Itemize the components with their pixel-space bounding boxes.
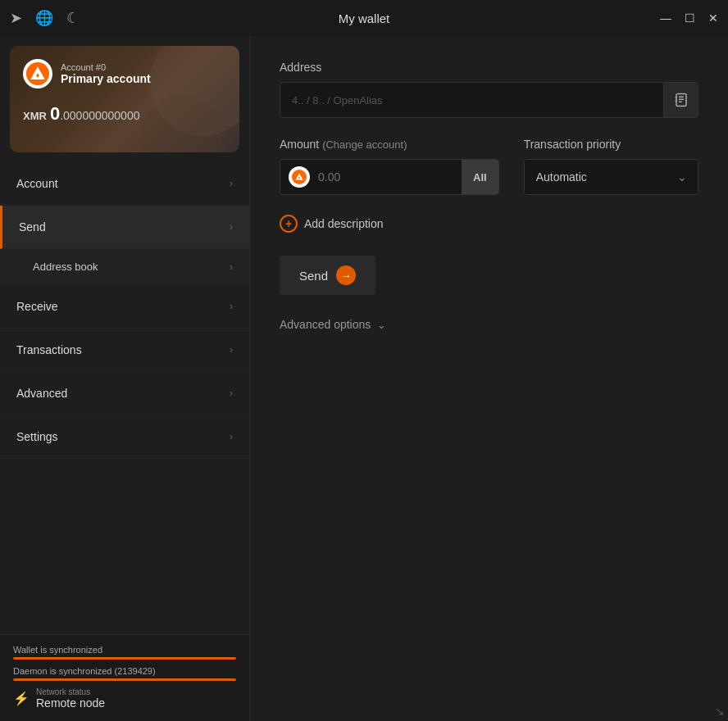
amount-label: Amount (Change account) xyxy=(280,138,499,151)
daemon-sync-row: Daemon is synchronized (2139429) xyxy=(13,666,236,681)
sidebar-item-settings[interactable]: Settings › xyxy=(0,415,249,459)
all-button[interactable]: All xyxy=(462,160,498,194)
daemon-sync-fill xyxy=(13,678,236,681)
window-controls: — ☐ ✕ xyxy=(660,11,718,25)
network-text: Network status Remote node xyxy=(36,687,105,710)
account-balance: XMR0.000000000000 xyxy=(23,103,226,125)
advanced-options-row[interactable]: Advanced options ⌄ xyxy=(280,318,698,331)
sidebar-item-advanced-label: Advanced xyxy=(16,387,67,400)
balance-integer: 0 xyxy=(50,103,60,124)
svg-point-7 xyxy=(292,170,307,184)
chevron-right-icon: › xyxy=(230,178,233,189)
network-status: ⚡ Network status Remote node xyxy=(13,687,236,710)
bolt-icon: ⚡ xyxy=(13,691,30,706)
address-book-button[interactable] xyxy=(663,83,698,117)
daemon-sync-bar xyxy=(13,678,236,681)
priority-select-wrapper: Automatic Slow Normal Fast Fastest ⌄ xyxy=(524,159,698,195)
address-input[interactable] xyxy=(280,86,663,115)
address-label: Address xyxy=(280,61,698,74)
send-arrow-icon: → xyxy=(336,265,356,285)
resize-handle[interactable]: ↘ xyxy=(715,705,725,718)
network-label: Network status xyxy=(36,687,105,696)
amount-logo xyxy=(280,166,318,188)
sidebar-item-send-label: Send xyxy=(19,220,46,234)
svg-point-0 xyxy=(26,62,49,85)
status-bar: Wallet is synchronized Daemon is synchro… xyxy=(0,634,249,721)
sidebar-item-settings-label: Settings xyxy=(16,430,58,443)
balance-decimal: .000000000000 xyxy=(60,109,139,122)
amount-priority-row: Amount (Change account) All xyxy=(280,138,698,195)
change-account-label[interactable]: (Change account) xyxy=(322,138,407,151)
add-description-row[interactable]: + Add description xyxy=(280,215,698,233)
wallet-sync-bar xyxy=(13,657,236,660)
monero-small-logo xyxy=(289,166,310,188)
sidebar-item-send[interactable]: Send › xyxy=(0,206,249,249)
transaction-priority-label: Transaction priority xyxy=(524,138,698,151)
send-button[interactable]: Send → xyxy=(280,256,375,295)
sidebar: Account #0 Primary account XMR0.00000000… xyxy=(0,36,250,721)
daemon-sync-label: Daemon is synchronized (2139429) xyxy=(13,666,236,676)
balance-display: XMR0.000000000000 xyxy=(23,103,226,125)
moon-icon[interactable]: ☾ xyxy=(66,9,80,27)
close-button[interactable]: ✕ xyxy=(708,11,718,25)
sidebar-item-advanced[interactable]: Advanced › xyxy=(0,372,249,415)
globe-icon[interactable]: 🌐 xyxy=(35,9,53,27)
sidebar-item-transactions-label: Transactions xyxy=(16,343,82,356)
address-field-group: Address xyxy=(280,61,698,118)
arrow-icon[interactable]: ➤ xyxy=(10,9,22,27)
amount-section: Amount (Change account) All xyxy=(280,138,499,195)
minimize-button[interactable]: — xyxy=(660,11,671,25)
monero-logo xyxy=(23,59,52,88)
chevron-right-icon: › xyxy=(230,221,233,233)
window-title: My wallet xyxy=(339,11,390,25)
sidebar-item-account[interactable]: Account › xyxy=(0,162,249,206)
account-name: Primary account xyxy=(61,72,151,85)
wallet-sync-row: Wallet is synchronized xyxy=(13,645,236,660)
maximize-button[interactable]: ☐ xyxy=(685,11,695,25)
chevron-down-icon: ⌄ xyxy=(377,319,386,331)
address-input-wrapper xyxy=(280,82,698,118)
wallet-sync-label: Wallet is synchronized xyxy=(13,645,236,655)
account-number: Account #0 xyxy=(61,62,151,72)
sidebar-item-address-book[interactable]: Address book › xyxy=(0,249,249,285)
content-area: Address Amount ( xyxy=(250,36,728,721)
add-description-label: Add description xyxy=(304,217,384,230)
chevron-right-icon: › xyxy=(230,431,233,442)
sidebar-item-transactions[interactable]: Transactions › xyxy=(0,329,249,372)
chevron-right-icon: › xyxy=(230,301,233,312)
network-value: Remote node xyxy=(36,696,105,710)
send-button-label: Send xyxy=(299,269,328,283)
svg-rect-5 xyxy=(675,97,676,98)
sidebar-item-receive-label: Receive xyxy=(16,300,58,313)
sidebar-item-address-book-label: Address book xyxy=(33,261,98,273)
add-description-icon: + xyxy=(280,215,298,233)
chevron-right-icon: › xyxy=(230,261,233,273)
amount-input-wrapper: All xyxy=(280,159,499,195)
account-info: Account #0 Primary account xyxy=(61,62,151,85)
titlebar: ➤ 🌐 ☾ My wallet — ☐ ✕ xyxy=(0,0,728,36)
sidebar-item-account-label: Account xyxy=(16,177,58,190)
amount-input[interactable] xyxy=(318,170,462,184)
account-card[interactable]: Account #0 Primary account XMR0.00000000… xyxy=(10,46,239,152)
currency-label: XMR xyxy=(23,110,47,122)
svg-rect-6 xyxy=(675,100,676,102)
priority-select[interactable]: Automatic Slow Normal Fast Fastest xyxy=(524,159,698,195)
chevron-right-icon: › xyxy=(230,344,233,356)
advanced-options-label: Advanced options xyxy=(280,318,371,331)
main-layout: Account #0 Primary account XMR0.00000000… xyxy=(0,36,728,721)
chevron-right-icon: › xyxy=(230,388,233,399)
wallet-sync-fill xyxy=(13,657,236,660)
sidebar-item-receive[interactable]: Receive › xyxy=(0,285,249,329)
nav-section: Account › Send › Address book › Receive … xyxy=(0,162,249,634)
titlebar-left-icons: ➤ 🌐 ☾ xyxy=(10,9,80,27)
priority-section: Transaction priority Automatic Slow Norm… xyxy=(524,138,698,195)
account-header: Account #0 Primary account xyxy=(23,59,226,88)
